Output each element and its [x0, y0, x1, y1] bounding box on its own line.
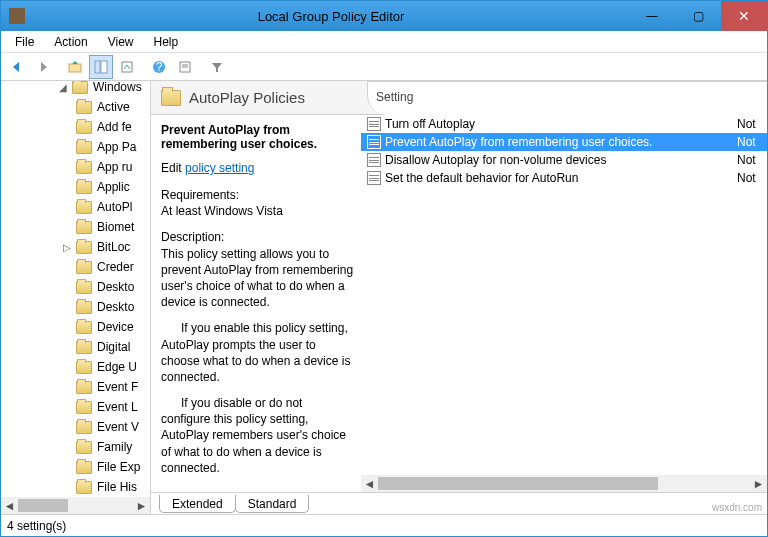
scroll-left-icon[interactable]: ◄: [1, 497, 18, 514]
edit-prefix: Edit: [161, 161, 182, 175]
folder-icon: [76, 141, 92, 154]
scroll-right-icon[interactable]: ►: [133, 497, 150, 514]
tree-item[interactable]: App ru: [1, 157, 151, 177]
tree-label: Family: [95, 440, 132, 454]
folder-icon: [76, 241, 92, 254]
tree-item[interactable]: Device: [1, 317, 151, 337]
svg-text:?: ?: [156, 60, 163, 74]
tree-label: Active: [95, 100, 130, 114]
tree-label: File Exp: [95, 460, 140, 474]
tree-label: Deskto: [95, 300, 134, 314]
folder-icon: [76, 261, 92, 274]
tab-standard[interactable]: Standard: [235, 495, 310, 513]
body: ◢WindowsActiveAdd feApp PaApp ruApplicAu…: [1, 81, 767, 514]
setting-name: Prevent AutoPlay from remembering user c…: [385, 135, 737, 149]
svg-rect-2: [101, 61, 107, 73]
tree-label: Edge U: [95, 360, 137, 374]
tree-label: Creder: [95, 260, 134, 274]
scroll-left-icon[interactable]: ◄: [361, 475, 378, 492]
tree-item[interactable]: Creder: [1, 257, 151, 277]
tree-pane: ◢WindowsActiveAdd feApp PaApp ruApplicAu…: [1, 81, 151, 514]
scroll-right-icon[interactable]: ►: [750, 475, 767, 492]
policy-icon: [367, 135, 381, 149]
maximize-button[interactable]: ▢: [675, 1, 721, 31]
tree-horizontal-scrollbar[interactable]: ◄ ►: [1, 497, 150, 514]
list-item[interactable]: Disallow Autoplay for non-volume devices…: [361, 151, 767, 169]
policy-icon: [367, 171, 381, 185]
tree-item[interactable]: File His: [1, 477, 151, 497]
description-p3: If you disable or do not configure this …: [161, 395, 355, 476]
tree-label: Digital: [95, 340, 130, 354]
filter-button[interactable]: [205, 55, 229, 79]
tree-item[interactable]: Edge U: [1, 357, 151, 377]
tree-item[interactable]: Add fe: [1, 117, 151, 137]
back-button[interactable]: [5, 55, 29, 79]
tree-label: BitLoc: [95, 240, 130, 254]
tree-item[interactable]: File Exp: [1, 457, 151, 477]
menu-action[interactable]: Action: [44, 33, 97, 51]
collapse-icon[interactable]: ◢: [57, 82, 69, 93]
tree-item[interactable]: Event V: [1, 417, 151, 437]
folder-icon: [76, 301, 92, 314]
header-band: AutoPlay Policies Setting: [151, 81, 767, 115]
forward-button[interactable]: [31, 55, 55, 79]
setting-state: Not: [737, 135, 767, 149]
menu-help[interactable]: Help: [144, 33, 189, 51]
list-item[interactable]: Set the default behavior for AutoRunNot: [361, 169, 767, 187]
column-setting[interactable]: Setting: [376, 90, 413, 104]
policy-icon: [367, 153, 381, 167]
folder-icon: [76, 121, 92, 134]
folder-icon: [76, 421, 92, 434]
tree-label: Event L: [95, 400, 138, 414]
tree-item[interactable]: Event L: [1, 397, 151, 417]
list-item[interactable]: Prevent AutoPlay from remembering user c…: [361, 133, 767, 151]
tree-item[interactable]: Applic: [1, 177, 151, 197]
properties-button[interactable]: [173, 55, 197, 79]
tree-item[interactable]: Family: [1, 437, 151, 457]
tree-item[interactable]: Deskto: [1, 277, 151, 297]
export-button[interactable]: [115, 55, 139, 79]
folder-icon: [76, 481, 92, 494]
scroll-thumb[interactable]: [378, 477, 658, 490]
menu-view[interactable]: View: [98, 33, 144, 51]
help-button[interactable]: ?: [147, 55, 171, 79]
menu-file[interactable]: File: [5, 33, 44, 51]
app-icon: [9, 8, 25, 24]
close-button[interactable]: ✕: [721, 1, 767, 31]
tree-item[interactable]: Deskto: [1, 297, 151, 317]
watermark: wsxdn.com: [712, 502, 762, 513]
list-item[interactable]: Turn off AutoplayNot: [361, 115, 767, 133]
edit-policy-link[interactable]: policy setting: [185, 161, 254, 175]
description-p1: This policy setting allows you to preven…: [161, 246, 355, 311]
tree-label: App Pa: [95, 140, 136, 154]
tree-label: App ru: [95, 160, 132, 174]
edit-line: Edit policy setting: [161, 161, 355, 175]
expand-icon[interactable]: ▷: [61, 242, 73, 253]
tree-item[interactable]: Active: [1, 97, 151, 117]
list-horizontal-scrollbar[interactable]: ◄ ►: [361, 475, 767, 492]
folder-icon: [76, 361, 92, 374]
up-folder-button[interactable]: [63, 55, 87, 79]
tree-item[interactable]: Digital: [1, 337, 151, 357]
setting-state: Not: [737, 171, 767, 185]
tree-label: Deskto: [95, 280, 134, 294]
status-text: 4 setting(s): [7, 519, 66, 533]
tree-label: Windows: [91, 81, 142, 94]
tab-extended[interactable]: Extended: [159, 495, 236, 513]
tree-item[interactable]: ▷BitLoc: [1, 237, 151, 257]
show-hide-tree-button[interactable]: [89, 55, 113, 79]
policy-icon: [367, 117, 381, 131]
toolbar: ?: [1, 53, 767, 81]
scroll-thumb[interactable]: [18, 499, 68, 512]
content-pane: AutoPlay Policies Setting Prevent AutoPl…: [151, 81, 767, 514]
folder-icon: [76, 161, 92, 174]
tree-item[interactable]: Event F: [1, 377, 151, 397]
minimize-button[interactable]: —: [629, 1, 675, 31]
folder-icon: [76, 461, 92, 474]
tree-item[interactable]: AutoPl: [1, 197, 151, 217]
folder-icon: [76, 401, 92, 414]
tree-item[interactable]: App Pa: [1, 137, 151, 157]
settings-list: Turn off AutoplayNotPrevent AutoPlay fro…: [361, 115, 767, 492]
tree-item[interactable]: Biomet: [1, 217, 151, 237]
tree-item[interactable]: ◢Windows: [1, 81, 151, 97]
